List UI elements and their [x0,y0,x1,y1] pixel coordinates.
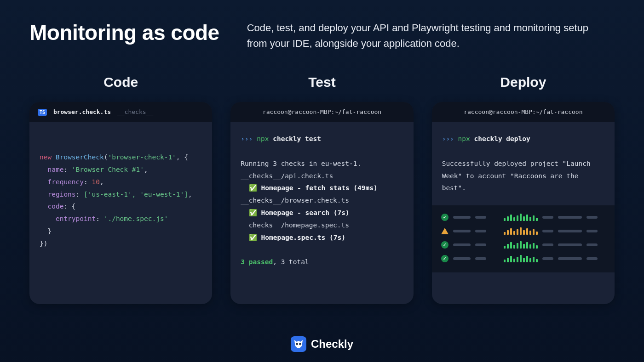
deploy-output: ››› npx checkly deploy Successfully depl… [432,122,615,205]
sparkline-bars [504,255,538,262]
column-code: Code TS browser.check.ts __checks__ new … [29,74,212,304]
svg-point-3 [299,344,300,345]
page-subtitle: Code, test, and deploy your API and Play… [247,20,597,51]
brand-name: Checkly [311,338,353,351]
column-deploy-title: Deploy [500,74,546,90]
raccoon-icon [291,336,306,352]
typescript-badge: TS [38,109,47,116]
page-title: Monitoring as code [29,20,219,51]
check-pass-icon: ✅ [249,234,257,241]
column-code-title: Code [104,74,138,90]
dashboard-row: ✓ [441,241,605,249]
test-output: ››› npx checkly test Running 3 checks in… [230,122,413,304]
status-warn-icon [441,228,448,234]
column-test-title: Test [308,74,335,90]
dashboard-row: ✓ [441,214,605,221]
code-snippet: new BrowserCheck('browser-check-1', { na… [29,122,212,304]
code-card-header: TS browser.check.ts __checks__ [29,102,212,122]
sparkline-bars [504,241,538,249]
column-deploy: Deploy raccoon@raccoon-MBP:~/fat-raccoon… [432,74,615,304]
test-card: raccoon@raccoon-MBP:~/fat-raccoon ››› np… [230,102,413,304]
status-ok-icon: ✓ [441,241,448,249]
deploy-terminal-title: raccoon@raccoon-MBP:~/fat-raccoon [432,102,615,122]
columns: Code TS browser.check.ts __checks__ new … [29,74,615,304]
sparkline-bars [504,214,538,221]
svg-point-2 [296,344,297,345]
hero: Monitoring as code Code, test, and deplo… [29,20,615,51]
code-card: TS browser.check.ts __checks__ new Brows… [29,102,212,304]
deploy-dashboard-illustration: ✓✓✓ [432,205,615,272]
sparkline-bars [504,227,538,235]
brand-logo: Checkly [291,336,353,352]
code-filename: browser.check.ts [53,108,111,115]
deploy-card: raccoon@raccoon-MBP:~/fat-raccoon ››› np… [432,102,615,304]
dashboard-row [441,227,605,235]
status-ok-icon: ✓ [441,255,448,262]
code-folder: __checks__ [117,108,153,115]
check-pass-icon: ✅ [249,184,257,192]
dashboard-row: ✓ [441,255,605,262]
check-pass-icon: ✅ [249,209,257,216]
column-test: Test raccoon@raccoon-MBP:~/fat-raccoon ›… [230,74,413,304]
status-ok-icon: ✓ [441,214,448,221]
test-terminal-title: raccoon@raccoon-MBP:~/fat-raccoon [230,102,413,122]
